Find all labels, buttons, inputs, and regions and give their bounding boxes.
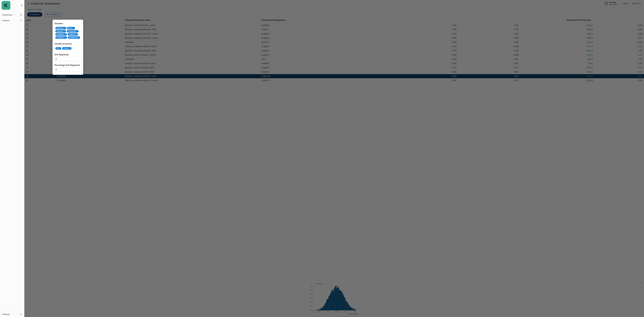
signout-link[interactable]: Sign Out ⎋ — [632, 2, 641, 4]
cell: 2.74e-5 — [520, 74, 594, 78]
filter-tag[interactable]: EndpSCC × — [55, 36, 67, 39]
filter-tag[interactable]: EndpCC × — [68, 33, 78, 36]
scenarios-taglist[interactable]: All ×Severe × — [54, 46, 81, 50]
menu-icon[interactable]: ☰ — [27, 2, 30, 5]
cell: -4.35e-4 — [520, 36, 594, 40]
remove-tag-icon[interactable]: × — [76, 30, 77, 32]
col-header[interactable]: ▲▼ — [396, 18, 458, 23]
back-link[interactable]: ‹ Back to KC2024 — [27, 8, 42, 11]
remove-tag-icon[interactable]: × — [64, 27, 65, 29]
col-header[interactable]: Requested Parameter Value▲▼ — [124, 18, 260, 23]
remove-tag-icon[interactable]: × — [76, 34, 77, 35]
dashboard-icon: ⊞ — [20, 13, 22, 16]
table-row[interactable]: AllProbabilityBaseSev: moderate & RandTr… — [24, 78, 644, 83]
svg-rect-35 — [346, 302, 347, 311]
cell: 3.60e-4 — [520, 53, 594, 57]
cell: BaseSev: moderate & RandTrx: MCB — [124, 74, 260, 78]
svg-text:↑ Frequency: ↑ Frequency — [315, 283, 323, 284]
svg-text:0.32: 0.32 — [344, 311, 347, 313]
table-row[interactable]: AllProbabilityPopulationBaseSev0.5000.50… — [24, 40, 644, 44]
cell: 0.500 — [396, 53, 458, 57]
table-row[interactable]: AllMeanBaseSev: severe & RandTrx: contro… — [24, 61, 644, 66]
table-row[interactable]: AllProbabilityBaseSev: severe & RandTrx:… — [24, 66, 644, 70]
col-header[interactable]: Parameter Drift Percentage▲▼ — [520, 18, 594, 23]
cell: 0.003 — [520, 61, 594, 66]
svg-text:0.04 -: 0.04 - — [310, 294, 313, 295]
table-row[interactable]: AllProbabilityBaseSev: severe & RandTrx:… — [24, 53, 644, 57]
filter-tag[interactable]: EndpBLRd × — [68, 36, 80, 39]
filter-tag[interactable]: Race × — [67, 27, 75, 29]
filter-tag[interactable]: RandTrx × — [55, 30, 66, 32]
remove-tag-icon[interactable]: × — [64, 34, 66, 35]
col-header[interactable]: ▲▼ — [594, 18, 644, 23]
user-menu[interactable]: ◯ Kc One StatLead45 ⌄ — [604, 1, 620, 5]
cell: BaseSev: severe & RandTrx: control — [124, 53, 260, 57]
tab-variables[interactable]: ✱ Variables — [27, 12, 42, 17]
col-header[interactable]: ▲▼ — [458, 18, 520, 23]
help-link[interactable]: Help ⌄ — [623, 2, 630, 4]
cell: -0.500 — [396, 61, 458, 66]
pct-drift-magnitude-input[interactable] — [54, 67, 81, 72]
cell: BaseSev: severe & RandTrx: control — [124, 23, 260, 27]
sidebar-item-label: Settings — [2, 313, 10, 316]
gear-icon: ✱ — [47, 13, 48, 15]
filter-tag[interactable]: EndpBLR × — [55, 33, 67, 36]
cell: 5.62e-4 — [520, 66, 594, 70]
remove-tag-icon[interactable]: × — [65, 37, 66, 38]
variables-taglist[interactable]: BaseSev ×Race ×RandTrx ×EndpACM ×EndpBLR… — [54, 26, 81, 40]
view-tabs: ✱ Variables ✱ Correlations — [27, 12, 641, 17]
cell: All — [24, 66, 55, 70]
cell: BaseSev: moderate & RandTrx: control — [124, 36, 260, 40]
table-row[interactable]: AllMeanBaseSev: severe & RandTrx: MCBEnd… — [24, 70, 644, 74]
cell: 0.300 — [458, 74, 520, 78]
filter-panel: Variables BaseSev ×Race ×RandTrx ×EndpAC… — [52, 20, 83, 75]
remove-tag-icon[interactable]: × — [59, 48, 60, 49]
table-row[interactable]: AllWeights.0PopulationRace0.4000.4001.49… — [24, 57, 644, 61]
sidebar-item-projects[interactable]: Projects 🗀 — [0, 17, 24, 23]
col-header[interactable]: Layer▲▼ — [24, 18, 55, 23]
table-row[interactable]: AllProbabilityBaseSev: moderate & RandTr… — [24, 74, 644, 78]
remove-tag-icon[interactable]: × — [69, 48, 70, 49]
table-row[interactable]: AllProbabilityBaseSev: moderate & RandTr… — [24, 36, 644, 40]
svg-rect-38 — [349, 306, 350, 311]
filter-tag[interactable]: EndpACM × — [67, 30, 78, 32]
cell: All — [24, 23, 55, 27]
tab-correlations[interactable]: ✱ Correlations — [44, 12, 62, 17]
remove-tag-icon[interactable]: × — [64, 30, 65, 32]
filter-tag[interactable]: All × — [55, 47, 61, 50]
filter-tag[interactable]: BaseSev × — [55, 27, 66, 29]
svg-rect-18 — [331, 291, 332, 311]
sidebar-toggle-icon[interactable]: ≡ — [21, 4, 23, 7]
remove-tag-icon[interactable]: × — [73, 27, 74, 29]
signout-icon: ⎋ — [640, 2, 641, 4]
cell: All — [24, 32, 55, 36]
table-row[interactable]: AllMeanBaseSev: moderate & RandTrx: MCBE… — [24, 44, 644, 49]
cell: All — [24, 27, 55, 32]
table-row[interactable]: AllStandard DeviationBaseSev: moderate &… — [24, 32, 644, 36]
cell: -0.072 — [594, 36, 644, 40]
cell: -2.98e-4 — [520, 32, 594, 36]
svg-rect-28 — [340, 290, 341, 311]
cell: Population — [124, 57, 260, 61]
svg-rect-13 — [326, 299, 328, 311]
svg-rect-37 — [348, 305, 349, 311]
cell: All — [24, 40, 55, 44]
sort-icon: ▲▼ — [150, 20, 152, 22]
close-icon[interactable]: ✕ — [641, 282, 643, 284]
cell: -2.17e-4 — [520, 40, 594, 44]
table-row[interactable]: AllProbabilityBaseSev: moderate & RandTr… — [24, 27, 644, 32]
drift-magnitude-input[interactable] — [54, 57, 81, 61]
col-header[interactable]: Parameter Drift Magnitude▲▼ — [260, 18, 396, 23]
cell: 0.781 — [458, 49, 520, 53]
table-row[interactable]: AllStandard DeviationBaseSev: severe & R… — [24, 23, 644, 27]
sidebar-item-settings[interactable]: Settings ⚙ — [0, 311, 24, 317]
cell: All — [24, 74, 55, 78]
table-row[interactable]: AllProbabilityBaseSev: moderate & RandTr… — [24, 49, 644, 53]
svg-text:0.02 -: 0.02 - — [310, 302, 313, 303]
svg-rect-20 — [333, 291, 334, 311]
svg-text:0.03 -: 0.03 - — [310, 298, 313, 299]
remove-tag-icon[interactable]: × — [78, 37, 79, 38]
filter-tag[interactable]: Severe × — [62, 47, 72, 50]
cell: All — [24, 70, 55, 74]
sidebar-item-dashboard[interactable]: Dashboard ⊞ — [0, 12, 24, 17]
